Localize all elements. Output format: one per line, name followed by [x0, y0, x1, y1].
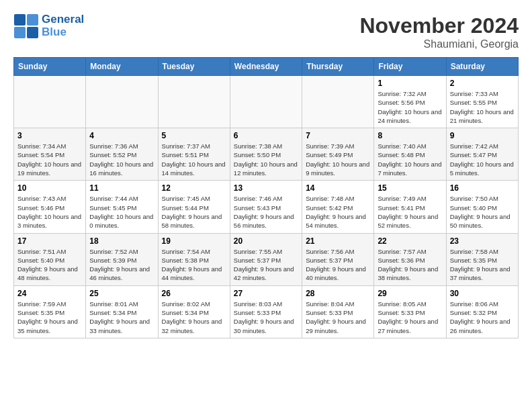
calendar-cell: 2Sunrise: 7:33 AMSunset: 5:55 PMDaylight…: [446, 76, 518, 128]
logo-line2: Blue: [42, 26, 84, 39]
calendar-cell: 15Sunrise: 7:49 AMSunset: 5:41 PMDayligh…: [374, 181, 446, 233]
day-number: 3: [17, 131, 82, 140]
location: Shaumiani, Georgia: [359, 38, 519, 50]
calendar-table: SundayMondayTuesdayWednesdayThursdayFrid…: [13, 57, 519, 338]
calendar-cell: 26Sunrise: 8:02 AMSunset: 5:34 PMDayligh…: [158, 285, 230, 338]
svg-rect-1: [27, 14, 38, 26]
day-info: Sunrise: 7:49 AMSunset: 5:41 PMDaylight:…: [378, 194, 442, 230]
calendar-cell: 24Sunrise: 7:59 AMSunset: 5:35 PMDayligh…: [14, 285, 86, 338]
logo-line1: General: [42, 13, 84, 26]
day-info: Sunrise: 7:44 AMSunset: 5:45 PMDaylight:…: [89, 194, 154, 230]
calendar-cell: 16Sunrise: 7:50 AMSunset: 5:40 PMDayligh…: [446, 181, 518, 233]
svg-rect-0: [14, 14, 26, 26]
title-block: November 2024 Shaumiani, Georgia: [359, 13, 519, 50]
calendar-week-row: 17Sunrise: 7:51 AMSunset: 5:40 PMDayligh…: [14, 233, 519, 285]
logo: General Blue: [13, 13, 84, 39]
day-info: Sunrise: 7:37 AMSunset: 5:51 PMDaylight:…: [162, 142, 226, 177]
day-info: Sunrise: 7:50 AMSunset: 5:40 PMDaylight:…: [450, 194, 515, 230]
day-number: 9: [450, 131, 515, 140]
calendar-cell: 23Sunrise: 7:58 AMSunset: 5:35 PMDayligh…: [446, 233, 518, 285]
day-number: 28: [306, 289, 370, 298]
svg-rect-3: [27, 27, 38, 38]
day-number: 15: [378, 183, 442, 193]
weekday-header: Sunday: [14, 58, 86, 76]
day-number: 29: [378, 289, 442, 298]
calendar-cell: 19Sunrise: 7:54 AMSunset: 5:38 PMDayligh…: [158, 233, 230, 285]
day-info: Sunrise: 8:04 AMSunset: 5:33 PMDaylight:…: [306, 300, 370, 335]
svg-rect-2: [14, 27, 26, 38]
calendar-cell: 30Sunrise: 8:06 AMSunset: 5:32 PMDayligh…: [446, 285, 518, 338]
day-info: Sunrise: 7:45 AMSunset: 5:44 PMDaylight:…: [162, 194, 226, 230]
day-info: Sunrise: 7:38 AMSunset: 5:50 PMDaylight:…: [234, 142, 298, 177]
page-header: General Blue November 2024 Shaumiani, Ge…: [13, 13, 519, 50]
calendar-cell: [302, 76, 374, 128]
calendar-cell: [14, 76, 86, 128]
day-number: 26: [162, 289, 226, 298]
day-number: 24: [17, 289, 82, 298]
day-info: Sunrise: 7:34 AMSunset: 5:54 PMDaylight:…: [17, 142, 82, 177]
weekday-header: Monday: [86, 58, 158, 76]
calendar-cell: 10Sunrise: 7:43 AMSunset: 5:46 PMDayligh…: [14, 181, 86, 233]
day-number: 2: [450, 79, 515, 88]
calendar-cell: [86, 76, 158, 128]
day-number: 18: [89, 236, 154, 246]
day-number: 1: [378, 79, 442, 88]
day-info: Sunrise: 8:05 AMSunset: 5:33 PMDaylight:…: [378, 300, 442, 335]
day-info: Sunrise: 8:01 AMSunset: 5:34 PMDaylight:…: [89, 300, 154, 335]
day-number: 21: [306, 236, 370, 246]
day-info: Sunrise: 7:32 AMSunset: 5:56 PMDaylight:…: [378, 89, 442, 125]
calendar-cell: 17Sunrise: 7:51 AMSunset: 5:40 PMDayligh…: [14, 233, 86, 285]
weekday-header: Tuesday: [158, 58, 230, 76]
weekday-header: Saturday: [446, 58, 518, 76]
day-info: Sunrise: 7:46 AMSunset: 5:43 PMDaylight:…: [234, 194, 298, 230]
calendar-header-row: SundayMondayTuesdayWednesdayThursdayFrid…: [14, 58, 519, 76]
calendar-cell: 3Sunrise: 7:34 AMSunset: 5:54 PMDaylight…: [14, 128, 86, 181]
day-number: 23: [450, 236, 515, 246]
calendar-cell: 21Sunrise: 7:56 AMSunset: 5:37 PMDayligh…: [302, 233, 374, 285]
day-info: Sunrise: 7:59 AMSunset: 5:35 PMDaylight:…: [17, 300, 82, 335]
day-info: Sunrise: 8:02 AMSunset: 5:34 PMDaylight:…: [162, 300, 226, 335]
calendar-week-row: 10Sunrise: 7:43 AMSunset: 5:46 PMDayligh…: [14, 181, 519, 233]
day-info: Sunrise: 7:52 AMSunset: 5:39 PMDaylight:…: [89, 247, 154, 283]
day-info: Sunrise: 7:55 AMSunset: 5:37 PMDaylight:…: [234, 247, 298, 283]
day-info: Sunrise: 7:36 AMSunset: 5:52 PMDaylight:…: [89, 142, 154, 177]
calendar-cell: [158, 76, 230, 128]
day-number: 27: [234, 289, 298, 298]
day-info: Sunrise: 7:39 AMSunset: 5:49 PMDaylight:…: [306, 142, 370, 177]
day-info: Sunrise: 8:03 AMSunset: 5:33 PMDaylight:…: [234, 300, 298, 335]
day-info: Sunrise: 7:57 AMSunset: 5:36 PMDaylight:…: [378, 247, 442, 283]
calendar-cell: 20Sunrise: 7:55 AMSunset: 5:37 PMDayligh…: [230, 233, 302, 285]
day-number: 25: [89, 289, 154, 298]
day-info: Sunrise: 7:33 AMSunset: 5:55 PMDaylight:…: [450, 89, 515, 125]
calendar-cell: 13Sunrise: 7:46 AMSunset: 5:43 PMDayligh…: [230, 181, 302, 233]
day-number: 16: [450, 183, 515, 193]
day-info: Sunrise: 7:58 AMSunset: 5:35 PMDaylight:…: [450, 247, 515, 283]
calendar-week-row: 24Sunrise: 7:59 AMSunset: 5:35 PMDayligh…: [14, 285, 519, 338]
day-info: Sunrise: 7:48 AMSunset: 5:42 PMDaylight:…: [306, 194, 370, 230]
day-number: 17: [17, 236, 82, 246]
day-number: 30: [450, 289, 515, 298]
calendar-cell: 18Sunrise: 7:52 AMSunset: 5:39 PMDayligh…: [86, 233, 158, 285]
day-number: 5: [162, 131, 226, 140]
calendar-cell: 1Sunrise: 7:32 AMSunset: 5:56 PMDaylight…: [374, 76, 446, 128]
calendar-cell: 27Sunrise: 8:03 AMSunset: 5:33 PMDayligh…: [230, 285, 302, 338]
logo-icon: [13, 13, 39, 39]
day-number: 19: [162, 236, 226, 246]
calendar-week-row: 1Sunrise: 7:32 AMSunset: 5:56 PMDaylight…: [14, 76, 519, 128]
day-info: Sunrise: 7:40 AMSunset: 5:48 PMDaylight:…: [378, 142, 442, 177]
weekday-header: Friday: [374, 58, 446, 76]
calendar-cell: 22Sunrise: 7:57 AMSunset: 5:36 PMDayligh…: [374, 233, 446, 285]
weekday-header: Wednesday: [230, 58, 302, 76]
calendar-cell: 4Sunrise: 7:36 AMSunset: 5:52 PMDaylight…: [86, 128, 158, 181]
day-number: 8: [378, 131, 442, 140]
day-number: 7: [306, 131, 370, 140]
day-info: Sunrise: 7:42 AMSunset: 5:47 PMDaylight:…: [450, 142, 515, 177]
calendar-cell: 8Sunrise: 7:40 AMSunset: 5:48 PMDaylight…: [374, 128, 446, 181]
day-number: 14: [306, 183, 370, 193]
calendar-cell: 11Sunrise: 7:44 AMSunset: 5:45 PMDayligh…: [86, 181, 158, 233]
day-number: 13: [234, 183, 298, 193]
day-info: Sunrise: 8:06 AMSunset: 5:32 PMDaylight:…: [450, 300, 515, 335]
day-number: 20: [234, 236, 298, 246]
calendar-cell: 14Sunrise: 7:48 AMSunset: 5:42 PMDayligh…: [302, 181, 374, 233]
day-number: 6: [234, 131, 298, 140]
